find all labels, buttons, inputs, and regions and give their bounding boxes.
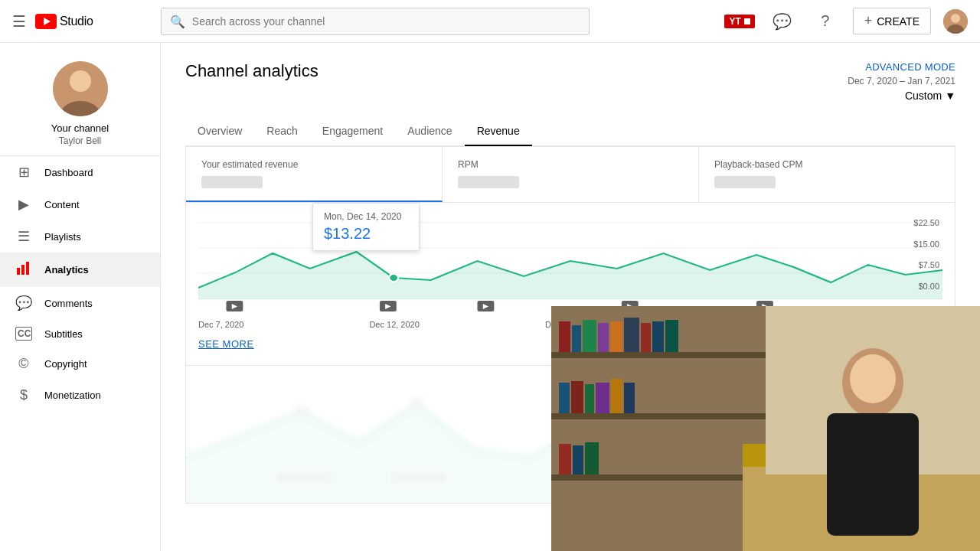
channel-avatar[interactable] bbox=[53, 61, 108, 116]
svg-rect-40 bbox=[572, 325, 581, 352]
svg-rect-8 bbox=[17, 268, 20, 275]
dashboard-icon: ⊞ bbox=[15, 164, 32, 181]
channel-name-label: Your channel bbox=[51, 122, 109, 134]
rpm-label: RPM bbox=[458, 159, 683, 170]
xaxis-label-1: Dec 7, 2020 bbox=[198, 320, 243, 329]
svg-rect-36 bbox=[551, 352, 766, 358]
svg-rect-53 bbox=[624, 383, 635, 413]
search-icon: 🔍 bbox=[170, 14, 185, 28]
top-navigation: ☰ Studio 🔍 YT 💬 ? + CREATE bbox=[0, 0, 980, 43]
channel-sub-label: Taylor Bell bbox=[59, 135, 101, 146]
svg-rect-41 bbox=[583, 320, 596, 352]
yaxis-label-1: $22.50 bbox=[913, 218, 939, 227]
svg-rect-51 bbox=[596, 383, 609, 413]
user-avatar[interactable] bbox=[943, 9, 968, 34]
metric-rpm[interactable]: RPM bbox=[443, 147, 699, 202]
comments-icon: 💬 bbox=[15, 295, 32, 311]
estimated-revenue-label: Your estimated revenue bbox=[201, 159, 426, 170]
tab-reach[interactable]: Reach bbox=[254, 117, 309, 146]
studio-label: Studio bbox=[60, 15, 93, 28]
playlists-label: Playlists bbox=[44, 231, 81, 243]
yt-text: YT bbox=[729, 16, 740, 27]
create-button[interactable]: + CREATE bbox=[853, 8, 931, 34]
playlists-icon: ☰ bbox=[15, 228, 32, 245]
youtube-studio-logo[interactable]: Studio bbox=[35, 14, 93, 29]
subtitles-label: Subtitles bbox=[44, 328, 83, 340]
svg-point-15 bbox=[389, 274, 398, 282]
playback-cpm-label: Playback-based CPM bbox=[714, 159, 939, 170]
svg-rect-37 bbox=[551, 413, 766, 419]
sidebar-item-comments[interactable]: 💬 Comments bbox=[0, 287, 160, 319]
date-selector[interactable]: Custom ▼ bbox=[905, 90, 956, 102]
page-title: Channel analytics bbox=[185, 61, 318, 81]
help-icon-btn[interactable]: ? bbox=[810, 6, 841, 37]
comments-label: Comments bbox=[44, 298, 93, 309]
sidebar-item-dashboard[interactable]: ⊞ Dashboard bbox=[0, 156, 160, 188]
sidebar-item-subtitles[interactable]: CC Subtitles bbox=[0, 319, 160, 348]
copyright-icon: © bbox=[15, 356, 32, 372]
svg-rect-38 bbox=[551, 474, 766, 481]
yaxis-label-4: $0.00 bbox=[918, 282, 939, 291]
metric-playback-cpm[interactable]: Playback-based CPM bbox=[699, 147, 955, 202]
copyright-label: Copyright bbox=[44, 358, 87, 370]
svg-point-6 bbox=[70, 70, 91, 92]
sidebar-item-content[interactable]: ▶ Content bbox=[0, 188, 160, 220]
yt-badge-icon[interactable]: YT bbox=[724, 15, 754, 28]
help-icon: ? bbox=[821, 12, 829, 30]
chevron-down-icon: ▼ bbox=[945, 90, 956, 102]
yaxis-label-3: $7.50 bbox=[918, 260, 939, 269]
svg-rect-43 bbox=[610, 321, 622, 352]
nav-right: YT 💬 ? + CREATE bbox=[724, 6, 968, 37]
advanced-mode-link[interactable]: ADVANCED MODE bbox=[865, 61, 956, 73]
sidebar-item-playlists[interactable]: ☰ Playlists bbox=[0, 220, 160, 253]
revenue-chart-svg bbox=[198, 215, 942, 315]
page-header: Channel analytics ADVANCED MODE Dec 7, 2… bbox=[185, 61, 956, 102]
messages-icon: 💬 bbox=[773, 12, 792, 31]
svg-rect-55 bbox=[573, 445, 583, 474]
plus-icon: + bbox=[864, 13, 873, 29]
svg-rect-50 bbox=[585, 384, 594, 413]
metric-estimated-revenue[interactable]: Your estimated revenue bbox=[186, 147, 443, 202]
hamburger-menu[interactable]: ☰ bbox=[12, 12, 26, 31]
header-right: ADVANCED MODE Dec 7, 2020 – Jan 7, 2021 … bbox=[848, 61, 956, 102]
search-input[interactable] bbox=[161, 8, 590, 35]
analytics-label: Analytics bbox=[44, 264, 89, 276]
svg-rect-48 bbox=[559, 383, 570, 413]
estimated-revenue-value bbox=[201, 176, 263, 188]
tab-revenue[interactable]: Revenue bbox=[465, 117, 532, 146]
chart-tooltip: Mon, Dec 14, 2020 $13.22 bbox=[312, 203, 420, 251]
chart-svg-wrapper: $22.50 $15.00 $7.50 $0.00 bbox=[186, 215, 955, 317]
svg-point-3 bbox=[951, 14, 960, 23]
xaxis-label-2: Dec 12, 2020 bbox=[369, 320, 419, 329]
avatar-image bbox=[943, 9, 968, 34]
youtube-logo-icon bbox=[35, 14, 57, 29]
svg-rect-61 bbox=[827, 413, 919, 536]
tooltip-date: Mon, Dec 14, 2020 bbox=[324, 211, 408, 222]
tooltip-value: $13.22 bbox=[324, 225, 408, 243]
content-label: Content bbox=[44, 199, 80, 210]
yaxis-label-2: $15.00 bbox=[913, 240, 939, 249]
svg-point-62 bbox=[850, 354, 896, 403]
sidebar-item-monetization[interactable]: $ Monetization bbox=[0, 380, 160, 411]
monetization-label: Monetization bbox=[44, 390, 101, 401]
nav-left: ☰ Studio bbox=[12, 12, 93, 31]
sidebar-item-copyright[interactable]: © Copyright bbox=[0, 348, 160, 380]
tab-audience[interactable]: Audience bbox=[395, 117, 464, 146]
video-background bbox=[551, 306, 980, 551]
channel-info: Your channel Taylor Bell bbox=[0, 49, 160, 156]
see-more-link[interactable]: SEE MORE bbox=[198, 338, 254, 350]
svg-rect-9 bbox=[21, 265, 24, 275]
tab-overview[interactable]: Overview bbox=[185, 117, 254, 146]
tab-engagement[interactable]: Engagement bbox=[310, 117, 395, 146]
analytics-icon bbox=[15, 260, 32, 279]
messages-icon-btn[interactable]: 💬 bbox=[767, 6, 798, 37]
date-selector-value: Custom bbox=[905, 90, 942, 102]
create-label: CREATE bbox=[877, 15, 920, 28]
svg-rect-39 bbox=[559, 321, 570, 352]
video-overlay bbox=[551, 306, 980, 551]
svg-rect-47 bbox=[665, 320, 678, 352]
rpm-value bbox=[458, 176, 519, 188]
dashboard-label: Dashboard bbox=[44, 167, 93, 178]
search-bar-container: 🔍 bbox=[161, 8, 590, 35]
sidebar-item-analytics[interactable]: Analytics bbox=[0, 253, 160, 287]
